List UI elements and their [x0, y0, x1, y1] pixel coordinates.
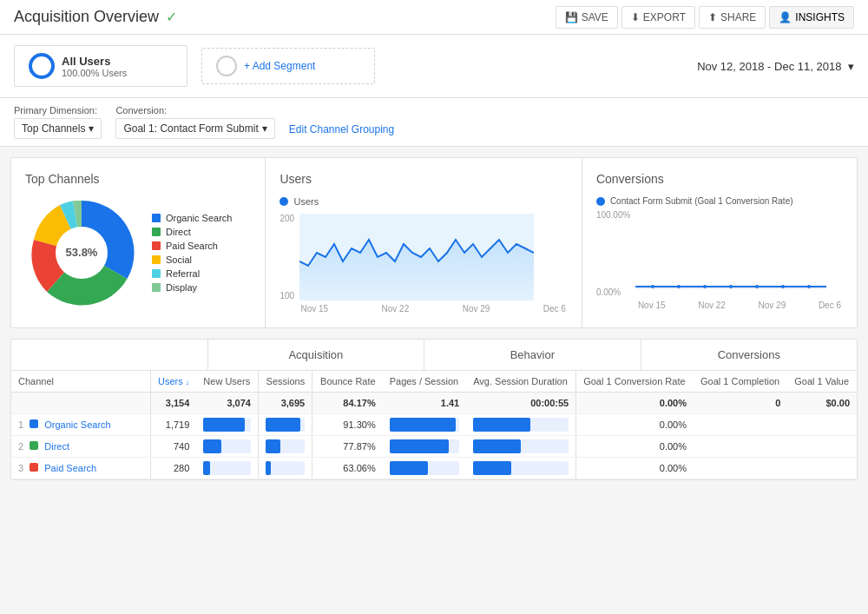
users-label: Users	[293, 196, 319, 207]
row3-users: 280	[150, 458, 196, 479]
totals-goal1-completion: 0	[694, 393, 787, 414]
row2-channel: 2 Direct	[11, 436, 150, 458]
conversions-line-chart	[635, 210, 826, 297]
share-icon: ⬆	[708, 11, 717, 23]
segment-circle	[29, 53, 55, 79]
row2-sessions-bar	[258, 436, 312, 458]
paid-search-link[interactable]: Paid Search	[44, 463, 96, 473]
users-line-chart	[299, 214, 534, 300]
insights-button[interactable]: 👤 INSIGHTS	[769, 6, 854, 29]
users-dot	[279, 197, 288, 206]
goal1-rate-col-header[interactable]: Goal 1 Conversion Rate	[576, 371, 694, 393]
row3-goal1-completion	[694, 458, 787, 479]
conversions-x-labels: Nov 15 Nov 22 Nov 29 Dec 6	[596, 300, 843, 310]
save-button[interactable]: 💾 SAVE	[556, 6, 618, 29]
totals-avg-session: 00:00:55	[466, 393, 575, 414]
row1-goal1-rate: 0.00%	[576, 414, 694, 436]
avg-session-col-header[interactable]: Avg. Session Duration	[466, 371, 575, 393]
all-users-segment[interactable]: All Users 100.00% Users	[14, 45, 187, 87]
display-dot	[152, 283, 161, 292]
social-dot	[152, 255, 161, 264]
totals-users: 3,154	[150, 393, 196, 414]
svg-point-7	[781, 285, 785, 288]
row1-bounce-rate: 91.30%	[312, 414, 383, 436]
users-x-labels: Nov 15 Nov 22 Nov 29 Dec 6	[279, 304, 567, 314]
export-button[interactable]: ⬇ EXPORT	[621, 6, 695, 29]
organic-search-icon	[30, 419, 38, 428]
row1-users: 1,719	[150, 414, 196, 436]
export-icon: ⬇	[631, 11, 640, 23]
svg-point-8	[807, 285, 811, 288]
row2-new-users-bar	[196, 436, 258, 458]
row1-sessions-bar	[258, 414, 312, 436]
primary-dimension-dropdown[interactable]: Top Channels ▾	[14, 118, 102, 139]
legend-referral: Referral	[152, 268, 232, 279]
paid-search-dot	[152, 241, 161, 250]
row2-bounce-rate: 77.87%	[312, 436, 383, 458]
svg-point-5	[729, 285, 733, 288]
table-group-headers: Acquisition Behavior Conversions	[11, 340, 857, 371]
edit-channel-grouping-link[interactable]: Edit Channel Grouping	[289, 109, 394, 135]
chevron-down-icon: ▾	[89, 122, 94, 135]
goal1-value-col-header[interactable]: Goal 1 Value	[787, 371, 857, 393]
top-channels-panel: Top Channels	[11, 158, 266, 327]
users-col-header[interactable]: Users ↓	[150, 371, 196, 393]
add-segment-circle	[216, 56, 237, 76]
channel-col-header: Channel	[11, 371, 150, 393]
svg-point-3	[677, 285, 681, 288]
row1-pages-bar	[383, 414, 467, 436]
row2-goal1-value	[787, 436, 857, 458]
svg-point-4	[703, 285, 707, 288]
row1-new-users-bar	[196, 414, 258, 436]
referral-dot	[152, 269, 161, 278]
bounce-rate-col-header[interactable]: Bounce Rate	[312, 371, 383, 393]
new-users-col-header[interactable]: New Users	[196, 371, 258, 393]
goal1-completion-col-header[interactable]: Goal 1 Completion	[694, 371, 787, 393]
row3-pages-bar	[383, 458, 467, 479]
acquisition-group: Acquisition	[208, 340, 424, 370]
legend-social: Social	[152, 254, 232, 265]
segment-info: All Users 100.00% Users	[62, 55, 127, 78]
row3-new-users-bar	[196, 458, 258, 479]
pages-session-col-header[interactable]: Pages / Session	[383, 371, 467, 393]
table-row: 1 Organic Search 1,719 91.30%	[11, 414, 857, 436]
users-chart-title: Users	[279, 172, 567, 186]
segment-bar: All Users 100.00% Users + Add Segment No…	[0, 35, 868, 98]
header-left: Acquisition Overview ✓	[14, 8, 177, 26]
users-panel: Users Users 200 100	[266, 158, 582, 327]
conversions-label: Contact Form Submit (Goal 1 Conversion R…	[610, 196, 793, 207]
legend-direct: Direct	[152, 227, 232, 237]
data-table-section: Acquisition Behavior Conversions Channel…	[10, 339, 858, 480]
row2-goal1-rate: 0.00%	[576, 436, 694, 458]
chevron-down-icon: ▾	[262, 122, 267, 135]
row2-goal1-completion	[694, 436, 787, 458]
totals-new-users: 3,074	[196, 393, 258, 414]
date-range: Nov 12, 2018 - Dec 11, 2018 ▾	[389, 60, 854, 73]
totals-sessions: 3,695	[258, 393, 312, 414]
add-segment-label: + Add Segment	[244, 60, 315, 72]
organic-search-link[interactable]: Organic Search	[44, 419, 110, 430]
conversion-dropdown[interactable]: Goal 1: Contact Form Submit ▾	[115, 118, 274, 139]
date-dropdown-icon[interactable]: ▾	[848, 60, 854, 73]
page-title: Acquisition Overview	[14, 8, 159, 26]
totals-bounce-rate: 84.17%	[312, 393, 383, 414]
y-axis: 200 100	[279, 214, 567, 300]
legend-organic-search: Organic Search	[152, 213, 232, 223]
row1-goal1-value	[787, 414, 857, 436]
totals-label	[11, 393, 150, 414]
table-column-headers: Channel Users ↓ New Users Sessions Bounc…	[11, 371, 857, 393]
users-legend: Users	[279, 196, 567, 207]
paid-search-icon	[30, 463, 38, 472]
row3-avg-session-bar	[466, 458, 575, 479]
share-button[interactable]: ⬆ SHARE	[699, 6, 766, 29]
conversion-group: Conversion: Goal 1: Contact Form Submit …	[115, 105, 274, 139]
row1-avg-session-bar	[466, 414, 575, 436]
sessions-col-header[interactable]: Sessions	[258, 371, 312, 393]
header-actions: 💾 SAVE ⬇ EXPORT ⬆ SHARE 👤 INSIGHTS	[556, 6, 854, 29]
direct-dot	[152, 228, 161, 236]
totals-pages-session: 1.41	[383, 393, 467, 414]
controls-bar: Primary Dimension: Top Channels ▾ Conver…	[0, 98, 868, 147]
add-segment-button[interactable]: + Add Segment	[201, 48, 375, 84]
row3-goal1-value	[787, 458, 857, 479]
direct-link[interactable]: Direct	[44, 441, 69, 452]
